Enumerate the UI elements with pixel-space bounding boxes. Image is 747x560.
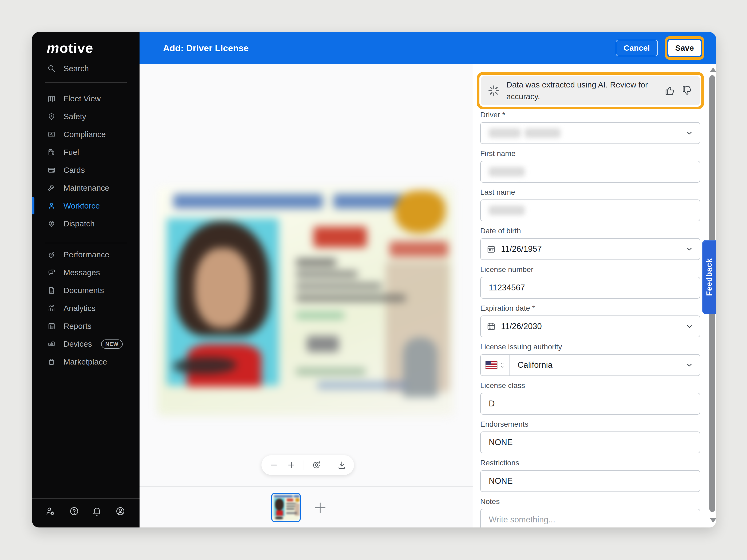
motive-logo: motive xyxy=(47,40,93,56)
sidebar-item-label: Devices xyxy=(63,340,92,349)
sidebar-item-workforce[interactable]: Workforce xyxy=(32,197,139,215)
ai-extraction-banner: Data was extracted using AI. Review for … xyxy=(481,76,700,105)
sidebar-footer xyxy=(32,499,139,528)
rotate-icon[interactable] xyxy=(311,460,321,470)
notification-bell-icon[interactable] xyxy=(92,506,102,516)
country-selector[interactable] xyxy=(481,355,510,375)
field-label-license-class: License class xyxy=(480,381,525,390)
sidebar-item-maintenance[interactable]: Maintenance xyxy=(32,179,139,197)
sidebar-divider xyxy=(45,82,127,83)
image-toolbar xyxy=(261,455,354,475)
sidebar-item-search[interactable]: Search xyxy=(32,60,139,77)
stopwatch-icon xyxy=(47,250,56,259)
date-of-birth-field[interactable]: 11/26/1957 xyxy=(480,238,700,260)
add-page-icon[interactable] xyxy=(312,499,329,516)
endorsements-value: NONE xyxy=(489,437,513,447)
field-label-driver: Driver * xyxy=(480,111,505,119)
sidebar-item-label: Cards xyxy=(63,166,85,175)
document-icon xyxy=(47,286,56,295)
field-label-first-name: First name xyxy=(480,149,515,158)
sidebar-item-fleet-view[interactable]: Fleet View xyxy=(32,90,139,107)
calendar-icon xyxy=(487,244,496,254)
search-icon xyxy=(47,64,56,73)
sidebar-item-messages[interactable]: Messages xyxy=(32,264,139,281)
logo-text: otive xyxy=(59,40,93,56)
chevron-down-icon xyxy=(686,129,693,137)
restrictions-value: NONE xyxy=(489,476,513,486)
sidebar-item-documents[interactable]: Documents xyxy=(32,282,139,299)
issuing-authority-value: California xyxy=(518,360,552,370)
restrictions-field[interactable]: NONE xyxy=(480,470,700,492)
license-class-field[interactable]: D xyxy=(480,393,700,415)
sidebar-divider xyxy=(45,243,127,243)
map-icon xyxy=(47,94,56,103)
cancel-button[interactable]: Cancel xyxy=(616,40,658,56)
admin-user-icon[interactable] xyxy=(45,506,55,516)
feedback-tab[interactable]: Feedback xyxy=(702,240,716,314)
chevron-down-icon xyxy=(686,361,693,369)
expiration-date-value: 11/26/2030 xyxy=(501,322,542,331)
sidebar-item-label: Marketplace xyxy=(63,357,107,366)
download-icon[interactable] xyxy=(337,460,347,470)
sidebar-item-label: Search xyxy=(63,64,89,73)
help-circle-icon[interactable] xyxy=(69,506,79,516)
thumbs-up-icon[interactable] xyxy=(664,85,676,97)
scrollbar-up-arrow[interactable] xyxy=(710,68,716,72)
sidebar-item-label: Dispatch xyxy=(63,219,95,228)
field-label-endorsements: Endorsements xyxy=(480,420,529,429)
driver-select[interactable] xyxy=(480,122,700,144)
field-label-restrictions: Restrictions xyxy=(480,459,519,467)
chevron-down-icon xyxy=(686,322,693,330)
notes-field[interactable]: Write something... xyxy=(480,509,700,528)
expiration-date-field[interactable]: 11/26/2030 xyxy=(480,316,700,337)
toolbar-divider xyxy=(304,460,304,470)
sidebar-item-reports[interactable]: Reports xyxy=(32,317,139,335)
sidebar-item-fuel[interactable]: Fuel xyxy=(32,143,139,161)
license-image xyxy=(157,187,454,416)
issuing-authority-field[interactable]: California xyxy=(480,354,700,376)
zoom-in-icon[interactable] xyxy=(286,460,297,470)
ai-banner-highlight-ring: Data was extracted using AI. Review for … xyxy=(477,72,704,109)
sidebar-item-devices[interactable]: Devices NEW xyxy=(32,335,139,353)
last-name-field[interactable] xyxy=(480,199,700,221)
account-circle-icon[interactable] xyxy=(115,506,125,516)
sidebar-item-label: Safety xyxy=(63,112,86,121)
sidebar-item-marketplace[interactable]: Marketplace xyxy=(32,353,139,371)
field-label-last-name: Last name xyxy=(480,188,515,196)
us-flag-icon xyxy=(486,361,497,369)
save-button-highlight-ring: Save xyxy=(665,36,704,60)
zoom-out-icon[interactable] xyxy=(269,460,279,470)
person-icon xyxy=(47,201,56,210)
scrollbar-down-arrow[interactable] xyxy=(710,518,716,523)
compliance-monitor-icon xyxy=(47,130,56,139)
sidebar-item-performance[interactable]: Performance xyxy=(32,246,139,264)
report-list-icon xyxy=(47,322,56,331)
chart-trend-icon xyxy=(47,304,56,313)
app-window: motive Search Fleet View Safety Complian xyxy=(32,32,716,528)
license-thumbnail[interactable] xyxy=(271,493,301,522)
license-number-value: 11234567 xyxy=(489,283,525,293)
sidebar-item-compliance[interactable]: Compliance xyxy=(32,126,139,143)
license-number-field[interactable]: 11234567 xyxy=(480,277,700,299)
calendar-icon xyxy=(487,322,496,331)
sidebar-item-dispatch[interactable]: Dispatch xyxy=(32,215,139,233)
sidebar-item-label: Fuel xyxy=(63,148,79,157)
sidebar-item-label: Workforce xyxy=(63,201,100,210)
sidebar-item-label: Maintenance xyxy=(63,184,109,192)
thumbnail-strip-divider xyxy=(139,486,473,487)
chevron-down-icon xyxy=(686,245,693,253)
sidebar-item-analytics[interactable]: Analytics xyxy=(32,299,139,317)
save-button[interactable]: Save xyxy=(668,40,701,56)
page-title: Add: Driver License xyxy=(163,43,249,53)
redacted-value xyxy=(489,206,525,215)
endorsements-field[interactable]: NONE xyxy=(480,431,700,453)
date-of-birth-value: 11/26/1957 xyxy=(501,244,542,254)
thumbs-down-icon[interactable] xyxy=(681,85,693,97)
redacted-value xyxy=(489,128,521,138)
sidebar-item-safety[interactable]: Safety xyxy=(32,108,139,125)
first-name-field[interactable] xyxy=(480,161,700,183)
sidebar-item-label: Compliance xyxy=(63,130,106,139)
shield-icon xyxy=(47,112,56,121)
sidebar-item-cards[interactable]: Cards xyxy=(32,161,139,179)
field-label-expiration-date: Expiration date * xyxy=(480,304,535,313)
